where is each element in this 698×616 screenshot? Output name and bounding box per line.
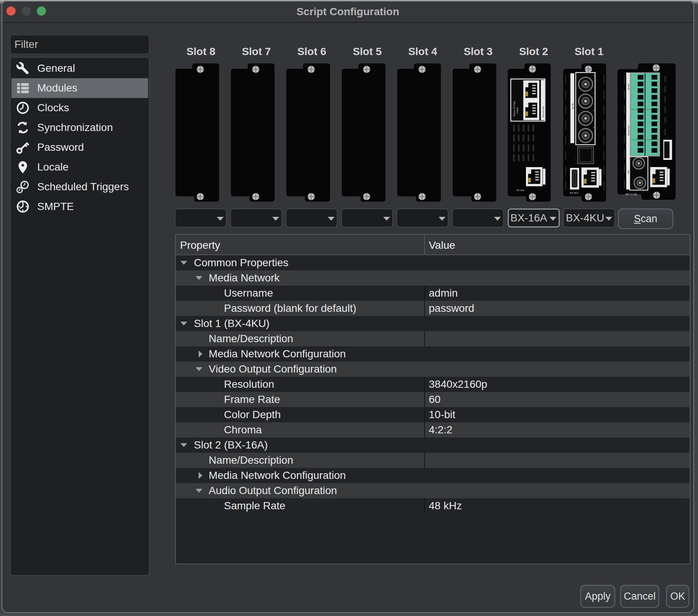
svg-text:BX-C16L: BX-C16L: [625, 193, 638, 196]
svg-text:2: 2: [593, 92, 594, 94]
svg-text:4: 4: [593, 126, 594, 128]
svg-text:BX-4KU: BX-4KU: [570, 191, 578, 194]
svg-text:1: 1: [593, 75, 594, 77]
svg-text:Network Audio: Network Audio: [542, 106, 544, 117]
svg-text:3: 3: [593, 109, 594, 111]
svg-text:BX-16A: BX-16A: [516, 189, 524, 191]
svg-text:Speaker/Line: Speaker/Line: [628, 125, 630, 136]
svg-text:Speaker: Speaker: [628, 83, 630, 90]
svg-text:PoE(e): PoE(e): [516, 107, 518, 114]
svg-text:SFP: SFP: [575, 156, 576, 159]
svg-text:dDante / AV Edge: dDante / AV Edge: [513, 101, 515, 117]
svg-text:HD SDI: HD SDI: [572, 103, 574, 109]
